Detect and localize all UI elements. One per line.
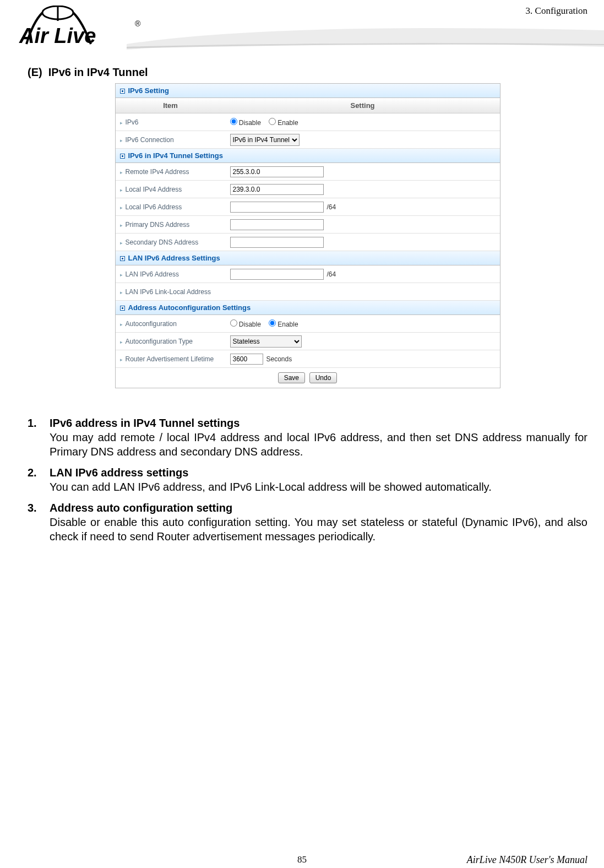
row-remote-ipv4: Remote IPv4 Address — [116, 163, 500, 181]
manual-title: AirLive N450R User's Manual — [467, 854, 587, 866]
remote-ipv4-label: Remote IPv4 Address — [116, 165, 226, 179]
save-button[interactable]: Save — [278, 372, 305, 383]
col-header-item: Item — [116, 98, 226, 113]
item2-num: 2. — [28, 465, 50, 494]
row-router-adv: Router Advertisement Lifetime Seconds — [116, 350, 500, 368]
row-ipv6: IPv6 Disable Enable — [116, 113, 500, 131]
autoconf-disable-radio[interactable] — [230, 319, 237, 327]
lan-ipv6-label: LAN IPv6 Address — [116, 267, 226, 281]
bullet-icon — [120, 154, 125, 159]
lan-ipv6-input[interactable] — [230, 269, 324, 280]
panel-header-ipv6-setting: IPv6 Setting — [116, 84, 500, 98]
chapter-label: 3. Configuration — [526, 6, 587, 17]
ipv6-disable-radio[interactable] — [230, 118, 237, 125]
autoconf-enable-radio[interactable] — [269, 319, 276, 327]
local-ipv4-input[interactable] — [230, 184, 324, 195]
ipv6-label: IPv6 — [116, 115, 226, 129]
svg-text:Air Live: Air Live — [19, 24, 96, 47]
autoconf-label: Autoconfiguration — [116, 317, 226, 331]
local-ipv6-label: Local IPv6 Address — [116, 200, 226, 214]
row-primary-dns: Primary DNS Address — [116, 216, 500, 234]
panel-header-lan: LAN IPv6 Address Settings — [116, 251, 500, 265]
item3-num: 3. — [28, 501, 50, 544]
airlive-logo: Air Live ® — [17, 6, 143, 48]
router-adv-label: Router Advertisement Lifetime — [116, 352, 226, 366]
bullet-icon — [120, 256, 125, 261]
item3-desc: Disable or enable this auto configuratio… — [50, 515, 587, 544]
row-local-ipv4: Local IPv4 Address — [116, 181, 500, 198]
lan-linklocal-label: LAN IPv6 Link-Local Address — [116, 285, 226, 299]
row-secondary-dns: Secondary DNS Address — [116, 234, 500, 251]
settings-panel: IPv6 Setting Item Setting IPv6 Disable E… — [115, 83, 500, 388]
ipv6-connection-select[interactable]: IPv6 in IPv4 Tunnel — [230, 134, 300, 146]
local-ipv4-label: Local IPv4 Address — [116, 182, 226, 197]
autoconf-type-label: Autoconfiguration Type — [116, 334, 226, 349]
item2-title: LAN IPv6 address settings — [50, 465, 587, 480]
panel-header-tunnel: IPv6 in IPv4 Tunnel Settings — [116, 149, 500, 163]
item3-title: Address auto configuration setting — [50, 501, 587, 515]
body-text: 1. IPv6 address in IPv4 Tunnel settings … — [28, 416, 587, 544]
item1-desc: You may add remote / local IPv4 address … — [50, 430, 587, 459]
ipv6-connection-label: IPv6 Connection — [116, 133, 226, 147]
row-local-ipv6: Local IPv6 Address /64 — [116, 198, 500, 216]
bullet-icon — [120, 306, 125, 311]
autoconf-disable-option[interactable]: Disable — [230, 319, 261, 328]
button-row: Save Undo — [116, 368, 500, 388]
bullet-icon — [120, 89, 125, 94]
primary-dns-input[interactable] — [230, 219, 324, 230]
undo-button[interactable]: Undo — [309, 372, 338, 383]
panel-header-autoconf: Address Autoconfiguration Settings — [116, 301, 500, 315]
secondary-dns-label: Secondary DNS Address — [116, 235, 226, 249]
ipv6-disable-option[interactable]: Disable — [230, 118, 261, 127]
ipv6-enable-option[interactable]: Enable — [269, 118, 298, 127]
svg-text:®: ® — [135, 19, 141, 28]
local-ipv6-input[interactable] — [230, 202, 324, 213]
item1-num: 1. — [28, 416, 50, 459]
local-ipv6-suffix: /64 — [327, 203, 336, 211]
col-header-setting: Setting — [226, 98, 500, 113]
ipv6-enable-radio[interactable] — [269, 118, 276, 125]
section-title: (E) IPv6 in IPv4 Tunnel — [28, 66, 587, 79]
row-autoconf-type: Autoconfiguration Type Stateless — [116, 333, 500, 350]
row-lan-ipv6: LAN IPv6 Address /64 — [116, 265, 500, 283]
page-number: 85 — [297, 854, 307, 865]
row-lan-linklocal: LAN IPv6 Link-Local Address — [116, 283, 500, 301]
item1-title: IPv6 address in IPv4 Tunnel settings — [50, 416, 587, 430]
router-adv-input[interactable] — [230, 354, 263, 365]
row-autoconf: Autoconfiguration Disable Enable — [116, 315, 500, 333]
secondary-dns-input[interactable] — [230, 237, 324, 248]
column-headers: Item Setting — [116, 98, 500, 113]
autoconf-enable-option[interactable]: Enable — [269, 319, 298, 328]
remote-ipv4-input[interactable] — [230, 166, 324, 177]
lan-ipv6-suffix: /64 — [327, 270, 336, 278]
row-ipv6-connection: IPv6 Connection IPv6 in IPv4 Tunnel — [116, 131, 500, 149]
primary-dns-label: Primary DNS Address — [116, 218, 226, 232]
item2-desc: You can add LAN IPv6 address, and IPv6 L… — [50, 480, 587, 494]
seconds-label: Seconds — [266, 355, 292, 363]
autoconf-type-select[interactable]: Stateless — [230, 335, 302, 348]
